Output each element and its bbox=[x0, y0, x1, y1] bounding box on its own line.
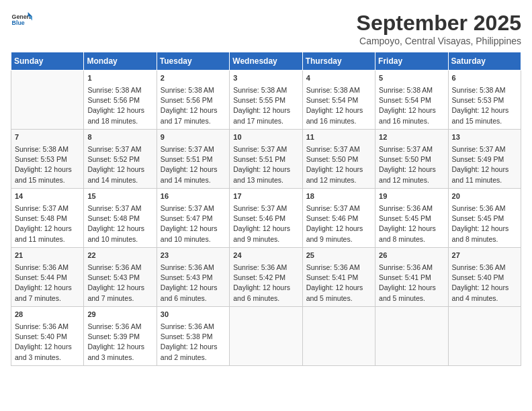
cell-text: Sunset: 5:50 PM bbox=[306, 154, 371, 165]
day-number: 3 bbox=[233, 73, 298, 84]
day-number: 13 bbox=[452, 132, 517, 143]
day-number: 27 bbox=[452, 250, 517, 261]
cell-text: Sunrise: 5:37 AM bbox=[233, 144, 298, 154]
cell-text: Sunrise: 5:37 AM bbox=[87, 144, 152, 154]
cell-text: Daylight: 12 hours bbox=[15, 342, 80, 352]
calendar-cell: 21Sunrise: 5:36 AMSunset: 5:44 PMDayligh… bbox=[11, 248, 84, 307]
cell-text: and 14 minutes. bbox=[161, 175, 226, 185]
calendar-cell: 8Sunrise: 5:37 AMSunset: 5:52 PMDaylight… bbox=[84, 130, 157, 189]
day-number: 18 bbox=[306, 191, 371, 202]
title-block: September 2025 Campoyo, Central Visayas,… bbox=[357, 11, 521, 46]
cell-text: Sunset: 5:51 PM bbox=[233, 154, 298, 165]
cell-text: and 14 minutes. bbox=[87, 175, 152, 185]
header-wednesday: Wednesday bbox=[230, 52, 302, 71]
calendar-cell: 1Sunrise: 5:38 AMSunset: 5:56 PMDaylight… bbox=[84, 71, 157, 130]
cell-text: and 9 minutes. bbox=[306, 234, 371, 244]
cell-text: Sunrise: 5:36 AM bbox=[87, 263, 152, 273]
calendar-cell bbox=[302, 307, 375, 366]
calendar-cell: 22Sunrise: 5:36 AMSunset: 5:43 PMDayligh… bbox=[84, 248, 157, 307]
day-number: 5 bbox=[379, 73, 444, 84]
cell-text: and 17 minutes. bbox=[233, 116, 298, 126]
cell-text: Sunrise: 5:37 AM bbox=[306, 203, 371, 214]
header-friday: Friday bbox=[375, 52, 448, 71]
day-number: 2 bbox=[161, 73, 226, 84]
cell-text: Sunset: 5:56 PM bbox=[161, 95, 226, 105]
calendar-cell: 24Sunrise: 5:36 AMSunset: 5:42 PMDayligh… bbox=[230, 248, 302, 307]
cell-text: and 3 minutes. bbox=[15, 353, 80, 363]
calendar-cell: 18Sunrise: 5:37 AMSunset: 5:46 PMDayligh… bbox=[302, 189, 375, 248]
cell-text: Sunset: 5:53 PM bbox=[15, 154, 80, 165]
cell-text: Sunset: 5:43 PM bbox=[161, 273, 226, 283]
day-number: 30 bbox=[161, 310, 226, 320]
calendar-cell: 29Sunrise: 5:36 AMSunset: 5:39 PMDayligh… bbox=[84, 307, 157, 366]
day-number: 14 bbox=[15, 191, 80, 202]
cell-text: Sunrise: 5:37 AM bbox=[87, 203, 152, 214]
cell-text: Daylight: 12 hours bbox=[233, 224, 298, 234]
cell-text: Sunrise: 5:38 AM bbox=[452, 85, 517, 95]
header-thursday: Thursday bbox=[302, 52, 375, 71]
cell-text: Sunrise: 5:36 AM bbox=[161, 322, 226, 332]
cell-text: and 3 minutes. bbox=[87, 353, 152, 363]
calendar-cell: 5Sunrise: 5:38 AMSunset: 5:54 PMDaylight… bbox=[375, 71, 448, 130]
day-number: 21 bbox=[15, 250, 80, 261]
day-number: 29 bbox=[87, 310, 152, 320]
cell-text: Sunset: 5:54 PM bbox=[379, 95, 444, 105]
cell-text: Sunset: 5:56 PM bbox=[87, 95, 152, 105]
cell-text: Daylight: 12 hours bbox=[87, 342, 152, 352]
cell-text: Daylight: 12 hours bbox=[379, 105, 444, 116]
cell-text: and 16 minutes. bbox=[379, 116, 444, 126]
cell-text: Daylight: 12 hours bbox=[233, 165, 298, 175]
calendar-cell: 4Sunrise: 5:38 AMSunset: 5:54 PMDaylight… bbox=[302, 71, 375, 130]
cell-text: Sunset: 5:48 PM bbox=[87, 214, 152, 224]
day-number: 4 bbox=[306, 73, 371, 84]
day-number: 22 bbox=[87, 250, 152, 261]
calendar-cell: 11Sunrise: 5:37 AMSunset: 5:50 PMDayligh… bbox=[302, 130, 375, 189]
calendar-cell bbox=[230, 307, 302, 366]
cell-text: Sunset: 5:39 PM bbox=[87, 332, 152, 342]
calendar-cell: 19Sunrise: 5:36 AMSunset: 5:45 PMDayligh… bbox=[375, 189, 448, 248]
cell-text: and 5 minutes. bbox=[379, 293, 444, 304]
cell-text: Daylight: 12 hours bbox=[452, 224, 517, 234]
cell-text: Daylight: 12 hours bbox=[306, 283, 371, 293]
calendar-cell bbox=[11, 71, 84, 130]
header-tuesday: Tuesday bbox=[157, 52, 229, 71]
cell-text: Sunset: 5:45 PM bbox=[379, 214, 444, 224]
cell-text: and 5 minutes. bbox=[306, 293, 371, 304]
cell-text: Daylight: 12 hours bbox=[161, 342, 226, 352]
cell-text: Sunset: 5:48 PM bbox=[15, 214, 80, 224]
cell-text: Daylight: 12 hours bbox=[87, 224, 152, 234]
day-number: 1 bbox=[87, 73, 152, 84]
calendar-cell: 10Sunrise: 5:37 AMSunset: 5:51 PMDayligh… bbox=[230, 130, 302, 189]
calendar-cell: 23Sunrise: 5:36 AMSunset: 5:43 PMDayligh… bbox=[157, 248, 229, 307]
cell-text: and 13 minutes. bbox=[233, 175, 298, 185]
cell-text: Sunrise: 5:37 AM bbox=[15, 203, 80, 214]
cell-text: and 10 minutes. bbox=[87, 234, 152, 244]
cell-text: Daylight: 12 hours bbox=[87, 105, 152, 116]
calendar-cell: 28Sunrise: 5:36 AMSunset: 5:40 PMDayligh… bbox=[11, 307, 84, 366]
cell-text: Daylight: 12 hours bbox=[161, 224, 226, 234]
day-number: 17 bbox=[233, 191, 298, 202]
cell-text: Sunset: 5:51 PM bbox=[161, 154, 226, 165]
cell-text: Sunrise: 5:38 AM bbox=[87, 85, 152, 95]
cell-text: Sunset: 5:41 PM bbox=[379, 273, 444, 283]
calendar-cell: 26Sunrise: 5:36 AMSunset: 5:41 PMDayligh… bbox=[375, 248, 448, 307]
cell-text: Daylight: 12 hours bbox=[379, 165, 444, 175]
day-number: 10 bbox=[233, 132, 298, 143]
cell-text: and 12 minutes. bbox=[306, 175, 371, 185]
calendar-week-2: 7Sunrise: 5:38 AMSunset: 5:53 PMDaylight… bbox=[11, 130, 521, 189]
cell-text: and 9 minutes. bbox=[233, 234, 298, 244]
cell-text: Sunset: 5:47 PM bbox=[161, 214, 226, 224]
cell-text: Sunrise: 5:37 AM bbox=[379, 144, 444, 154]
cell-text: Daylight: 12 hours bbox=[379, 283, 444, 293]
cell-text: Sunset: 5:43 PM bbox=[87, 273, 152, 283]
cell-text: Daylight: 12 hours bbox=[306, 224, 371, 234]
cell-text: Daylight: 12 hours bbox=[161, 105, 226, 116]
day-number: 11 bbox=[306, 132, 371, 143]
logo: General Blue bbox=[11, 11, 32, 30]
calendar-header-row: SundayMondayTuesdayWednesdayThursdayFrid… bbox=[11, 52, 521, 71]
day-number: 19 bbox=[379, 191, 444, 202]
calendar-week-3: 14Sunrise: 5:37 AMSunset: 5:48 PMDayligh… bbox=[11, 189, 521, 248]
cell-text: Daylight: 12 hours bbox=[87, 283, 152, 293]
cell-text: Sunrise: 5:37 AM bbox=[161, 144, 226, 154]
cell-text: Sunset: 5:40 PM bbox=[15, 332, 80, 342]
